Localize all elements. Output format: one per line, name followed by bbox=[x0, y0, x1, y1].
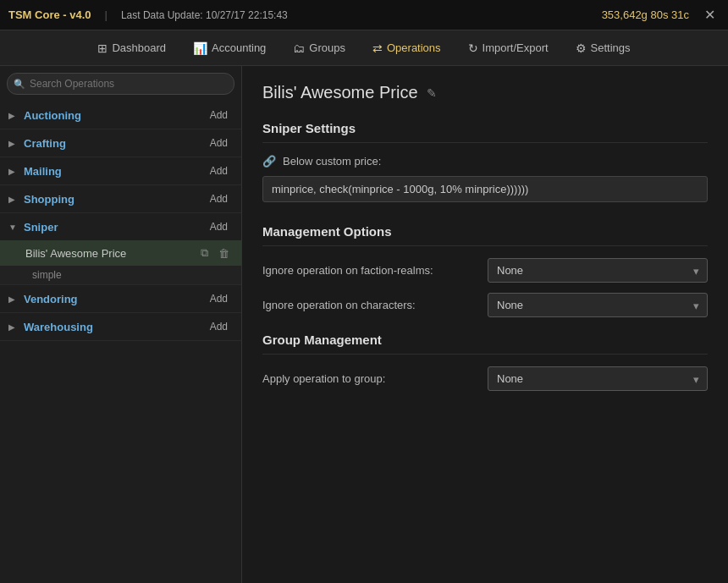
section-auctioning: ▶ Auctioning Add bbox=[0, 102, 241, 129]
chevron-vendoring: ▶ bbox=[8, 294, 19, 304]
section-sniper: ▼ Sniper Add Bilis' Awesome Price ⧉ 🗑 si… bbox=[0, 213, 241, 285]
add-crafting-button[interactable]: Add bbox=[205, 135, 233, 151]
section-mailing-left: ▶ Mailing bbox=[8, 165, 62, 178]
close-button[interactable]: ✕ bbox=[699, 5, 720, 25]
sniper-settings-title: Sniper Settings bbox=[262, 121, 708, 143]
add-auctioning-button[interactable]: Add bbox=[205, 107, 233, 123]
section-vendoring: ▶ Vendoring Add bbox=[0, 285, 241, 313]
add-shopping-button[interactable]: Add bbox=[205, 191, 233, 206]
section-mailing-label: Mailing bbox=[24, 165, 62, 178]
add-vendoring-button[interactable]: Add bbox=[205, 291, 233, 306]
accounting-icon: 📊 bbox=[193, 41, 207, 55]
main-layout: ▶ Auctioning Add ▶ Crafting Add ▶ Mail bbox=[0, 66, 728, 583]
section-auctioning-header[interactable]: ▶ Auctioning Add bbox=[0, 102, 241, 129]
nav-dashboard[interactable]: ⊞ Dashboard bbox=[85, 36, 178, 60]
nav-operations[interactable]: ⇄ Operations bbox=[361, 36, 453, 60]
section-warehousing: ▶ Warehousing Add bbox=[0, 313, 241, 341]
ignore-faction-realms-label: Ignore operation on faction-realms: bbox=[262, 264, 488, 277]
search-wrapper bbox=[7, 73, 234, 95]
app-title: TSM Core - v4.0 bbox=[8, 8, 91, 21]
section-warehousing-header[interactable]: ▶ Warehousing Add bbox=[0, 313, 241, 340]
nav-groups[interactable]: 🗂 Groups bbox=[281, 36, 357, 60]
section-shopping-label: Shopping bbox=[24, 193, 74, 206]
sniper-item-label: Bilis' Awesome Price bbox=[25, 247, 126, 260]
ignore-characters-dropdown-wrapper: None bbox=[488, 293, 708, 317]
section-vendoring-left: ▶ Vendoring bbox=[8, 293, 78, 305]
content-area: Bilis' Awesome Price ✎ Sniper Settings 🔗… bbox=[242, 66, 728, 583]
section-warehousing-label: Warehousing bbox=[24, 321, 93, 333]
add-mailing-button[interactable]: Add bbox=[205, 163, 233, 179]
settings-icon: ⚙ bbox=[576, 41, 587, 55]
groups-icon: 🗂 bbox=[293, 41, 305, 55]
section-sniper-label: Sniper bbox=[24, 221, 58, 234]
section-shopping-left: ▶ Shopping bbox=[8, 193, 74, 206]
operation-title: Bilis' Awesome Price bbox=[262, 83, 418, 102]
copy-operation-button[interactable]: ⧉ bbox=[197, 245, 212, 261]
section-warehousing-left: ▶ Warehousing bbox=[8, 321, 93, 333]
chevron-auctioning: ▶ bbox=[8, 111, 19, 120]
nav-settings[interactable]: ⚙ Settings bbox=[564, 36, 643, 60]
nav-import-export[interactable]: ↻ Import/Export bbox=[456, 36, 560, 60]
content-title: Bilis' Awesome Price ✎ bbox=[262, 83, 708, 102]
section-mailing-header[interactable]: ▶ Mailing Add bbox=[0, 157, 241, 184]
sniper-sub-item: simple bbox=[0, 266, 241, 284]
apply-to-group-dropdown[interactable]: None bbox=[488, 366, 708, 391]
sidebar: ▶ Auctioning Add ▶ Crafting Add ▶ Mail bbox=[0, 66, 242, 583]
ignore-characters-row: Ignore operation on characters: None bbox=[262, 293, 708, 317]
title-bar: TSM Core - v4.0 | Last Data Update: 10/2… bbox=[0, 0, 728, 30]
section-auctioning-left: ▶ Auctioning bbox=[8, 109, 81, 122]
apply-to-group-dropdown-wrapper: None bbox=[488, 366, 708, 391]
search-input[interactable] bbox=[7, 73, 234, 95]
section-crafting: ▶ Crafting Add bbox=[0, 129, 241, 157]
section-shopping-header[interactable]: ▶ Shopping Add bbox=[0, 185, 241, 212]
delete-operation-button[interactable]: 🗑 bbox=[215, 245, 233, 261]
section-sniper-left: ▼ Sniper bbox=[8, 221, 58, 234]
apply-to-group-label: Apply operation to group: bbox=[262, 372, 488, 385]
add-warehousing-button[interactable]: Add bbox=[205, 319, 233, 334]
section-mailing: ▶ Mailing Add bbox=[0, 157, 241, 185]
section-crafting-header[interactable]: ▶ Crafting Add bbox=[0, 129, 241, 157]
gold-display: 353,642g 80s 31c bbox=[602, 8, 689, 21]
section-sniper-header[interactable]: ▼ Sniper Add bbox=[0, 213, 241, 240]
last-update: Last Data Update: 10/27/17 22:15:43 bbox=[121, 9, 288, 21]
ignore-characters-dropdown[interactable]: None bbox=[488, 293, 708, 317]
ignore-characters-label: Ignore operation on characters: bbox=[262, 299, 488, 311]
price-formula-input[interactable] bbox=[262, 176, 708, 202]
add-sniper-button[interactable]: Add bbox=[205, 219, 233, 234]
below-custom-price-label: Below custom price: bbox=[283, 155, 381, 168]
import-export-icon: ↻ bbox=[468, 41, 478, 55]
chevron-crafting: ▶ bbox=[8, 139, 19, 148]
edit-title-icon[interactable]: ✎ bbox=[427, 86, 437, 100]
section-shopping: ▶ Shopping Add bbox=[0, 185, 241, 213]
section-crafting-label: Crafting bbox=[24, 137, 66, 150]
chevron-shopping: ▶ bbox=[8, 195, 19, 204]
operations-icon: ⇄ bbox=[372, 41, 383, 55]
link-icon: 🔗 bbox=[262, 155, 276, 168]
ignore-faction-realms-dropdown-wrapper: None bbox=[488, 258, 708, 283]
nav-accounting[interactable]: 📊 Accounting bbox=[181, 36, 278, 60]
apply-to-group-row: Apply operation to group: None bbox=[262, 366, 708, 391]
title-bar-left: TSM Core - v4.0 | Last Data Update: 10/2… bbox=[8, 8, 288, 21]
search-bar bbox=[0, 66, 241, 102]
section-vendoring-header[interactable]: ▶ Vendoring Add bbox=[0, 285, 241, 312]
group-management-title: Group Management bbox=[262, 333, 708, 355]
section-auctioning-label: Auctioning bbox=[24, 109, 81, 122]
chevron-sniper: ▼ bbox=[8, 223, 19, 232]
sniper-item-actions: ⧉ 🗑 bbox=[197, 245, 233, 261]
sniper-item-bilis[interactable]: Bilis' Awesome Price ⧉ 🗑 bbox=[0, 240, 241, 266]
section-crafting-left: ▶ Crafting bbox=[8, 137, 66, 150]
nav-bar: ⊞ Dashboard 📊 Accounting 🗂 Groups ⇄ Oper… bbox=[0, 30, 728, 66]
chevron-mailing: ▶ bbox=[8, 167, 19, 176]
chevron-warehousing: ▶ bbox=[8, 322, 19, 332]
management-options-title: Management Options bbox=[262, 224, 708, 246]
dashboard-icon: ⊞ bbox=[97, 41, 108, 55]
ignore-faction-realms-row: Ignore operation on faction-realms: None bbox=[262, 258, 708, 283]
below-custom-price-row: 🔗 Below custom price: bbox=[262, 155, 708, 168]
title-separator: | bbox=[105, 8, 108, 21]
section-vendoring-label: Vendoring bbox=[24, 293, 78, 305]
ignore-faction-realms-dropdown[interactable]: None bbox=[488, 258, 708, 283]
